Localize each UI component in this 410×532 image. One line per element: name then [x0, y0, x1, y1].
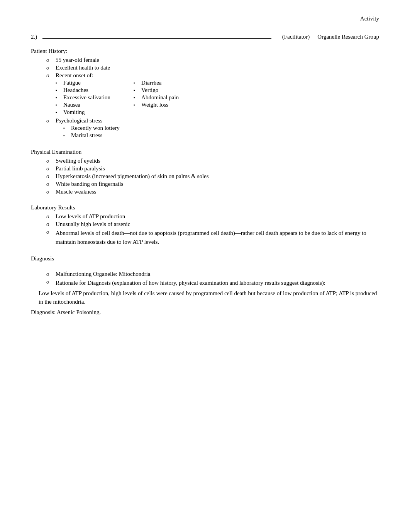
diagnosis-list: o Malfunctioning Organelle: Mitochondria… — [31, 271, 379, 287]
symptom: Diarrhea — [141, 80, 161, 86]
list-item: o Excellent health to date — [46, 65, 379, 71]
psych-item: Recently won lottery — [71, 125, 120, 131]
bullet-o: o — [46, 229, 52, 235]
list-item: o 55 year-old female — [46, 57, 379, 63]
list-item: o Unusually high levels of arsenic — [46, 221, 379, 228]
list-item: o Low levels of ATP production — [46, 213, 379, 220]
psych-item: Marital stress — [71, 132, 102, 139]
recent-onset-label: Recent onset of: — [56, 72, 93, 78]
lab-results-section: Laboratory Results o Low levels of ATP p… — [31, 204, 379, 246]
list-item: o Swelling of eyelids — [46, 158, 379, 164]
list-item: ▪ Excessive salivation — [56, 94, 110, 101]
bullet-o: o — [46, 57, 52, 63]
bullet-square: ▪ — [56, 81, 60, 85]
symptom: Fatigue — [63, 80, 81, 86]
list-item: ▪ Recently won lottery — [63, 125, 379, 131]
bullet-square: ▪ — [134, 81, 138, 85]
list-item: ▪ Vomiting — [56, 109, 110, 116]
psych-list: ▪ Recently won lottery ▪ Marital stress — [56, 125, 379, 139]
group-label: Organelle Research Group — [317, 34, 379, 40]
patient-history-list: o 55 year-old female o Excellent health … — [31, 57, 379, 139]
list-item: o White banding on fingernails — [46, 181, 379, 187]
bullet-square: ▪ — [63, 126, 68, 130]
symptoms-columns: ▪ Fatigue ▪ Headaches ▪ Excessive saliva… — [56, 80, 379, 116]
bullet-o: o — [46, 221, 52, 228]
symptoms-left: ▪ Fatigue ▪ Headaches ▪ Excessive saliva… — [56, 80, 110, 116]
symptom: Excessive salivation — [63, 94, 110, 101]
patient-history-section: Patient History: o 55 year-old female o … — [31, 48, 379, 139]
diagnosis-explanation: Low levels of ATP production, high level… — [39, 289, 379, 306]
bullet-square: ▪ — [56, 110, 60, 114]
bullet-square: ▪ — [134, 88, 138, 92]
lab-results-list: o Low levels of ATP production o Unusual… — [31, 213, 379, 246]
list-item: o Malfunctioning Organelle: Mitochondria — [46, 271, 379, 277]
lab-item: Abnormal levels of cell death—not due to… — [56, 229, 379, 246]
exam-item: Partial limb paralysis — [56, 165, 379, 172]
bullet-square: ▪ — [134, 95, 138, 100]
bullet-square: ▪ — [56, 103, 60, 107]
list-item: ▪ Marital stress — [63, 132, 379, 139]
header: Activity — [31, 15, 379, 22]
bullet-o: o — [46, 165, 52, 172]
list-item: ▪ Abdominal pain — [134, 94, 179, 101]
diagnosis-item: Malfunctioning Organelle: Mitochondria — [56, 271, 379, 277]
diagnosis-final: Diagnosis: Arsenic Poisoning. — [31, 308, 379, 317]
bullet-o: o — [46, 213, 52, 220]
symptom: Weight loss — [141, 102, 168, 108]
lab-item: Low levels of ATP production — [56, 213, 379, 220]
psych-stress-label: Psychological stress — [56, 117, 102, 124]
symptom: Abdominal pain — [141, 94, 179, 101]
history-item-2: Excellent health to date — [56, 65, 379, 71]
exam-item: Hyperkeratosis (increased pigmentation) … — [56, 173, 379, 180]
activity-label: Activity — [360, 15, 379, 22]
bullet-o: o — [46, 158, 52, 164]
bullet-square: ▪ — [56, 88, 60, 92]
bullet-o: o — [46, 271, 52, 277]
symptom: Nausea — [63, 102, 80, 108]
list-item: o Hyperkeratosis (increased pigmentation… — [46, 173, 379, 180]
diagnosis-item: Rationale for Diagnosis (explanation of … — [56, 279, 379, 287]
bullet-o: o — [46, 279, 52, 285]
list-item: o Muscle weakness — [46, 189, 379, 195]
bullet-o: o — [46, 117, 52, 124]
lab-item: Unusually high levels of arsenic — [56, 221, 379, 228]
list-item: ▪ Headaches — [56, 87, 110, 93]
list-item: o Rationale for Diagnosis (explanation o… — [46, 279, 379, 287]
exam-item: Muscle weakness — [56, 189, 379, 195]
bullet-o: o — [46, 189, 52, 195]
bullet-o: o — [46, 181, 52, 187]
bullet-square: ▪ — [63, 133, 68, 138]
physical-exam-section: Physical Examination o Swelling of eyeli… — [31, 149, 379, 195]
symptoms-right: ▪ Diarrhea ▪ Vertigo ▪ Abdominal pain — [134, 80, 179, 116]
diagnosis-section: Diagnosis o Malfunctioning Organelle: Mi… — [31, 255, 379, 316]
list-item: ▪ Diarrhea — [134, 80, 179, 86]
list-item: ▪ Vertigo — [134, 87, 179, 93]
list-item: o Psychological stress ▪ Recently won lo… — [46, 117, 379, 139]
bullet-square: ▪ — [56, 95, 60, 100]
list-item: ▪ Nausea — [56, 102, 110, 108]
psych-stress-container: Psychological stress ▪ Recently won lott… — [56, 117, 379, 139]
list-item: o Partial limb paralysis — [46, 165, 379, 172]
patient-history-title: Patient History: — [31, 48, 379, 54]
list-item: o Recent onset of: ▪ Fatigue ▪ Headaches — [46, 72, 379, 116]
facilitator-label: (Facilitator) — [282, 34, 310, 40]
lab-results-title: Laboratory Results — [31, 204, 379, 211]
exam-item: White banding on fingernails — [56, 181, 379, 187]
symptom: Vertigo — [141, 87, 158, 93]
bullet-o: o — [46, 173, 52, 180]
doc-number: 2.) — [31, 34, 37, 40]
document-line: 2.) (Facilitator) Organelle Research Gro… — [31, 34, 379, 40]
list-item: ▪ Fatigue — [56, 80, 110, 86]
bullet-o: o — [46, 72, 52, 79]
symptom: Headaches — [63, 87, 88, 93]
physical-exam-list: o Swelling of eyelids o Partial limb par… — [31, 158, 379, 195]
bullet-square: ▪ — [134, 103, 138, 107]
history-item-1: 55 year-old female — [56, 57, 379, 63]
list-item: ▪ Weight loss — [134, 102, 179, 108]
diagnosis-title: Diagnosis — [31, 255, 379, 262]
facilitator-line — [42, 38, 271, 39]
recent-onset-container: Recent onset of: ▪ Fatigue ▪ Headaches ▪ — [56, 72, 379, 116]
list-item: o Abnormal levels of cell death—not due … — [46, 229, 379, 246]
bullet-o: o — [46, 65, 52, 71]
physical-exam-title: Physical Examination — [31, 149, 379, 155]
